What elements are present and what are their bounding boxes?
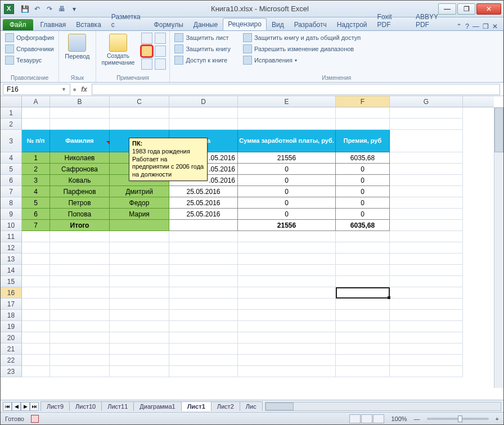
allow-ranges-icon [243,44,252,53]
excel-icon [4,4,14,14]
tab-abbyy[interactable]: ABBYY PDF [411,11,456,30]
sheet-nav-prev[interactable]: ◀ [12,402,21,411]
group-label-language: Язык [62,74,92,81]
protect-share-icon [243,33,252,42]
select-all-corner[interactable] [1,96,22,107]
qat-save[interactable]: 💾 [20,4,30,14]
protect-share-button[interactable]: Защитить книгу и дать общий доступ [242,33,362,43]
col-A[interactable]: A [22,96,50,107]
new-comment-button[interactable]: Создать примечание [100,33,137,67]
vertical-scrollbar[interactable] [494,107,503,388]
sheet-tab[interactable]: Лист10 [69,401,102,411]
zoom-level[interactable]: 100% [391,415,407,422]
group-label-comments: Примечания [100,74,166,81]
col-G[interactable]: G [390,96,463,107]
status-ready: Готово [5,415,24,422]
tab-addins[interactable]: Надстрой [332,19,372,30]
close-button[interactable]: ✕ [476,3,501,15]
qat-redo[interactable]: ↷ [44,4,55,14]
col-B[interactable]: B [50,96,110,107]
th-prem: Премия, руб [336,130,390,152]
status-bar: Готово 100% — + [1,412,503,424]
doc-close-button[interactable]: ✕ [492,22,498,30]
group-proofing: Орфография Справочники Тезаурус Правопис… [1,31,59,82]
group-language: Перевод Язык [59,31,96,82]
translate-button[interactable]: Перевод [62,33,92,61]
row-1[interactable]: 1 [1,107,22,119]
sheet-tab[interactable]: Лист9 [40,401,70,411]
group-label-proofing: Правописание [4,74,55,81]
zoom-slider[interactable] [427,418,489,420]
sheet-tab-active[interactable]: Лист1 [181,401,212,411]
zoom-out-button[interactable]: — [414,415,420,422]
tab-insert[interactable]: Вставка [71,19,106,30]
qat-more[interactable]: ▾ [69,4,79,14]
th-sum: Сумма заработной платы, руб. [238,130,336,152]
share-workbook-button[interactable]: Доступ к книге [173,55,232,65]
ribbon-tabs: Файл Главная Вставка Разметка с Формулы … [1,17,503,31]
file-tab[interactable]: Файл [3,19,33,30]
macro-record-icon[interactable] [31,415,39,423]
comment-tooltip: ПК: 1983 года рождения Работает на предп… [129,138,208,181]
comment-indicator-icon [106,141,110,144]
worksheet-grid[interactable]: A B C D E F G 1 2 3 № п/п Фамилия Имя Да… [1,96,503,397]
sheet-tab[interactable]: Диаграмма1 [133,401,181,411]
next-comment-button[interactable] [141,46,152,57]
spelling-button[interactable]: Орфография [4,33,55,43]
grid-rows: 1 2 3 № п/п Фамилия Имя Дата Сумма зараб… [1,107,494,388]
view-layout-button[interactable] [361,414,372,423]
tab-layout[interactable]: Разметка с [106,11,149,30]
sheet-tab[interactable]: Лист11 [101,401,134,411]
tab-formulas[interactable]: Формулы [149,19,188,30]
formula-input[interactable] [92,84,500,95]
research-button[interactable]: Справочники [4,44,55,54]
help-button[interactable]: ? [465,22,469,30]
protect-sheet-button[interactable]: Защитить лист [173,33,232,43]
sheet-tab[interactable]: Лист2 [211,401,240,411]
sheet-nav-next[interactable]: ▶ [21,402,30,411]
tab-data[interactable]: Данные [188,19,223,30]
col-D[interactable]: D [169,96,238,107]
ribbon: Орфография Справочники Тезаурус Правопис… [1,31,503,83]
thesaurus-icon [5,56,14,65]
book-icon [5,44,14,53]
track-changes-button[interactable]: Исправления ▾ [242,55,362,65]
minimize-ribbon-button[interactable]: ⌃ [456,22,462,30]
tab-home[interactable]: Главная [35,19,71,30]
name-box[interactable]: F16▼ [3,84,70,95]
view-break-button[interactable] [373,414,384,423]
comment-body: 1983 года рождения Работает на предприят… [132,148,204,178]
sheet-tab[interactable]: Лис [240,401,263,411]
col-E[interactable]: E [238,96,336,107]
scroll-thumb[interactable] [494,107,503,152]
show-comment-button[interactable] [155,46,166,57]
tab-view[interactable]: Вид [267,19,289,30]
doc-max-button[interactable]: ❐ [483,22,489,30]
maximize-button[interactable]: ❐ [457,3,475,15]
tab-developer[interactable]: Разработч [289,19,332,30]
show-ink-button[interactable] [155,58,166,70]
view-normal-button[interactable] [349,414,361,423]
fx-icon[interactable]: fx [81,85,87,93]
col-C[interactable]: C [110,96,169,107]
horizontal-scrollbar[interactable] [265,402,501,411]
sheet-tab-bar: ⏮ ◀ ▶ ⏭ Лист9 Лист10 Лист11 Диаграмма1 Л… [1,400,503,412]
qat-undo[interactable]: ↶ [32,4,42,14]
share-book-icon [174,56,183,65]
new-comment-icon [109,34,127,52]
col-F[interactable]: F [336,96,390,107]
tab-review[interactable]: Рецензиро [223,18,267,30]
tab-foxit[interactable]: Foxit PDF [372,11,411,30]
allow-ranges-button[interactable]: Разрешить изменение диапазонов [242,44,362,54]
prev-comment-button[interactable] [155,33,166,44]
sheet-nav-last[interactable]: ⏭ [30,402,39,411]
sheet-nav-first[interactable]: ⏮ [3,402,12,411]
thesaurus-button[interactable]: Тезаурус [4,55,55,65]
group-label-changes: Изменения [173,74,500,81]
show-all-comments-button[interactable] [141,58,152,70]
zoom-in-button[interactable]: + [496,415,499,422]
protect-workbook-button[interactable]: Защитить книгу [173,44,232,54]
delete-comment-button[interactable] [141,33,152,44]
qat-print[interactable]: 🖶 [57,4,67,14]
doc-min-button[interactable]: — [472,22,479,30]
